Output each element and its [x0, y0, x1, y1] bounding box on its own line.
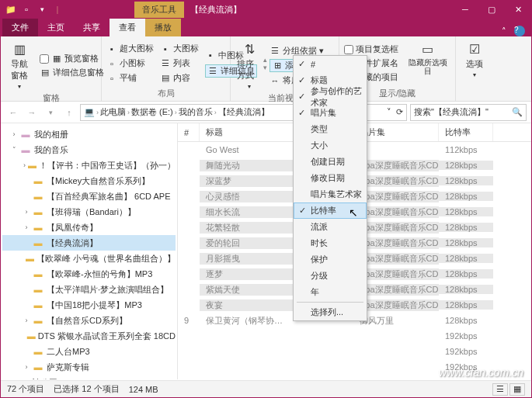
options-icon: ☑ — [467, 41, 482, 57]
menu-item[interactable]: 类型 — [294, 121, 367, 137]
layout-lg[interactable]: ▪大图标 — [160, 43, 199, 54]
expand-icon[interactable]: ˅ — [9, 146, 19, 154]
details-view-icon[interactable]: ☰ — [492, 383, 508, 396]
col-num[interactable]: # — [178, 123, 200, 141]
tree-node[interactable]: ›▬【凤凰传奇】 — [2, 220, 176, 235]
menu-item-more[interactable]: 选择列... — [294, 304, 367, 320]
selection-count: 已选择 12 个项目 — [54, 383, 119, 395]
tab-home[interactable]: 主页 — [38, 19, 74, 36]
folder-icon: ▬ — [32, 362, 44, 372]
tree-node[interactable]: ›▬【班得瑞（Bandari）】 — [2, 204, 176, 220]
menu-item[interactable]: 保护 — [294, 251, 367, 268]
menu-item[interactable]: 年 — [294, 284, 367, 300]
refresh-icon[interactable]: ⟳ — [396, 107, 403, 117]
menu-item[interactable]: 修改日期 — [294, 170, 367, 186]
folder-icon: ▬ — [32, 191, 44, 202]
context-tab[interactable]: 音乐工具 — [134, 2, 184, 18]
menu-item[interactable]: 唱片集艺术家 — [294, 186, 367, 202]
expand-icon[interactable]: › — [9, 130, 19, 138]
dropdown-icon[interactable]: ˅ — [387, 107, 391, 117]
preview-pane-chk[interactable]: ▦预览窗格 — [40, 53, 104, 64]
add-column-menu[interactable]: #标题参与创作的艺术家唱片集类型大小创建日期修改日期唱片集艺术家比特率流派时长保… — [293, 55, 367, 321]
crumb-vol[interactable]: 数据卷 (E:) — [131, 106, 173, 118]
tree-node[interactable]: ▬【Mickey大自然音乐系列】 — [2, 173, 176, 189]
node-label: 【班得瑞（Bandari）】 — [47, 206, 136, 218]
details-pane-chk[interactable]: ▤详细信息窗格 — [40, 67, 104, 78]
crumb-music[interactable]: 我的音乐 — [179, 106, 213, 118]
thumbs-view-icon[interactable]: ▦ — [509, 383, 525, 396]
node-label: 【欧翠峰-永恒的号角】MP3 — [47, 268, 152, 280]
minimize-icon[interactable]: ─ — [452, 1, 478, 18]
expand-icon[interactable]: › — [21, 161, 28, 169]
expand-icon[interactable]: › — [21, 208, 32, 216]
up-icon[interactable]: ↑ — [61, 105, 77, 120]
menu-item[interactable]: # — [294, 56, 367, 72]
crumb-pc[interactable]: 此电脑 — [100, 106, 126, 118]
expand-icon[interactable]: › — [21, 223, 32, 231]
nav-tree[interactable]: ›▬我的相册˅▬我的音乐›▬！【评书：中国帝王史话】（孙一）▬【Mickey大自… — [1, 123, 178, 379]
tree-node[interactable]: ›▬萨克斯专辑 — [2, 359, 176, 375]
layout-list[interactable]: ☰列表 — [160, 57, 199, 69]
menu-item[interactable]: 创建日期 — [294, 154, 367, 170]
tree-node[interactable]: ˅▬我的音乐 — [2, 142, 176, 157]
tree-node[interactable]: ▬【太平洋唱片·梦之旅演唱组合】 — [2, 282, 176, 297]
layout-content[interactable]: ▤内容 — [160, 72, 199, 84]
tree-node[interactable]: ▬【欧翠峰-永恒的号角】MP3 — [2, 266, 176, 282]
node-label: ！【评书：中国帝王史话】（孙一） — [39, 160, 176, 171]
tab-file[interactable]: 文件 — [2, 19, 38, 36]
maximize-icon[interactable]: ▢ — [478, 1, 505, 18]
nav-pane-label: 导航窗格 — [7, 58, 32, 81]
hide-selected-button[interactable]: ▭ 隐藏所选项目 — [405, 40, 450, 87]
sort-button[interactable]: ⇅ 排序方式 ▾ — [235, 40, 263, 92]
tree-node[interactable]: ▬DTS 紫银水晶试音王系列全套 18CD — [2, 328, 176, 344]
back-icon[interactable]: ← — [5, 105, 21, 120]
nav-pane-button[interactable]: ▥ 导航窗格 ▾ — [5, 40, 33, 92]
tree-node[interactable]: ▬二人台MP3 — [2, 344, 176, 359]
options-button[interactable]: ☑ 选项 ▾ — [461, 40, 489, 80]
layout-xl[interactable]: ▪超大图标 — [106, 43, 154, 54]
tree-node[interactable]: ▬神秘园（The Ultimate Secret Garden） — [2, 375, 176, 379]
tree-node[interactable]: ›▬我的相册 — [2, 126, 176, 142]
qat-btn[interactable]: ▫ — [19, 2, 33, 16]
recent-icon[interactable]: ▾ — [43, 105, 58, 120]
tree-node[interactable]: ▬【欧翠峰 小号魂（世界名曲组合）】 — [2, 251, 176, 266]
tab-share[interactable]: 共享 — [74, 19, 110, 36]
panes-group-label: 窗格 — [5, 92, 96, 104]
menu-item[interactable]: 参与创作的艺术家 — [294, 88, 367, 105]
tree-node[interactable]: ▬【中国18把小提琴】MP3 — [2, 297, 176, 313]
menu-item[interactable]: 流派 — [294, 219, 367, 235]
tab-view[interactable]: 查看 — [110, 19, 145, 36]
folder-icon: ▬ — [21, 377, 30, 379]
close-icon[interactable]: ✕ — [505, 1, 531, 18]
tree-node[interactable]: ▬【百首经典军旅名曲】 6CD APE — [2, 189, 176, 204]
folder-icon: ▬ — [32, 346, 44, 357]
pc-icon: 💻 — [84, 107, 95, 117]
tab-play[interactable]: 播放 — [145, 19, 181, 36]
expand-icon[interactable]: › — [21, 363, 32, 371]
menu-item[interactable]: 大小 — [294, 137, 367, 154]
help-icon[interactable]: ? — [514, 26, 525, 36]
tree-node[interactable]: ›▬！【评书：中国帝王史话】（孙一） — [2, 157, 176, 173]
item-checkbox[interactable]: 项目复选框 — [344, 43, 398, 55]
qat-dropdown[interactable]: ▾ — [35, 2, 49, 16]
layout-tiles[interactable]: ▫平铺 — [106, 72, 154, 84]
expand-icon[interactable]: › — [21, 317, 32, 324]
table-row[interactable]: 192kbps — [178, 344, 531, 359]
tree-node[interactable]: ▬【经典流淌】 — [2, 235, 176, 251]
menu-item[interactable]: 唱片集 — [294, 105, 367, 121]
collapse-ribbon-icon[interactable]: ˄ — [502, 26, 506, 36]
node-label: DTS 紫银水晶试音王系列全套 18CD — [38, 331, 176, 342]
forward-icon[interactable]: → — [24, 105, 40, 120]
hide-sel-label: 隐藏所选项目 — [406, 58, 449, 75]
col-bitrate[interactable]: 比特率 — [439, 123, 493, 141]
crumb-current[interactable]: 【经典流淌】 — [218, 106, 269, 118]
layout-sm[interactable]: ▫小图标 — [106, 57, 154, 69]
table-row[interactable]: 192kbps — [178, 328, 531, 344]
tree-node[interactable]: ›▬【自然音乐CD系列】 — [2, 313, 176, 328]
search-input[interactable]: 搜索"【经典流淌】" 🔍 — [410, 104, 527, 121]
ribbon: ▥ 导航窗格 ▾ ▦预览窗格 ▤详细信息窗格 窗格 ▪超大图标 ▫小图标 ▫平铺… — [1, 36, 531, 102]
menu-item[interactable]: 分级 — [294, 268, 367, 284]
watermark: www.cfan.com.cn — [439, 366, 523, 379]
menu-item[interactable]: 时长 — [294, 235, 367, 251]
folder-icon: ▬ — [32, 222, 44, 233]
